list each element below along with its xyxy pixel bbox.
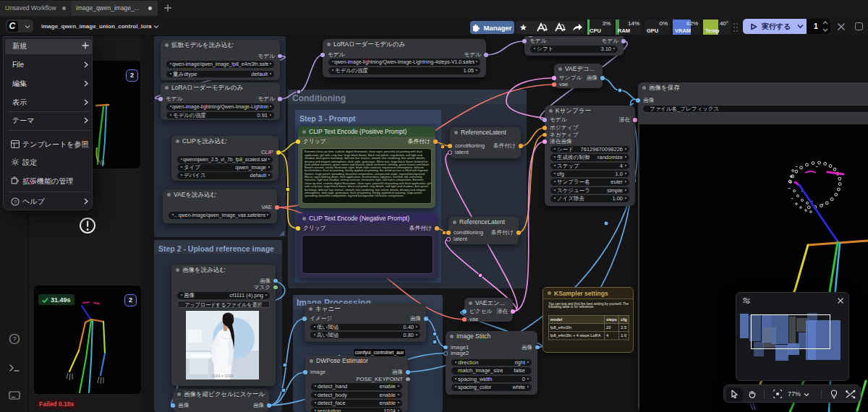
svg-text:?: ? — [14, 199, 17, 204]
svg-text:?: ? — [12, 335, 16, 343]
